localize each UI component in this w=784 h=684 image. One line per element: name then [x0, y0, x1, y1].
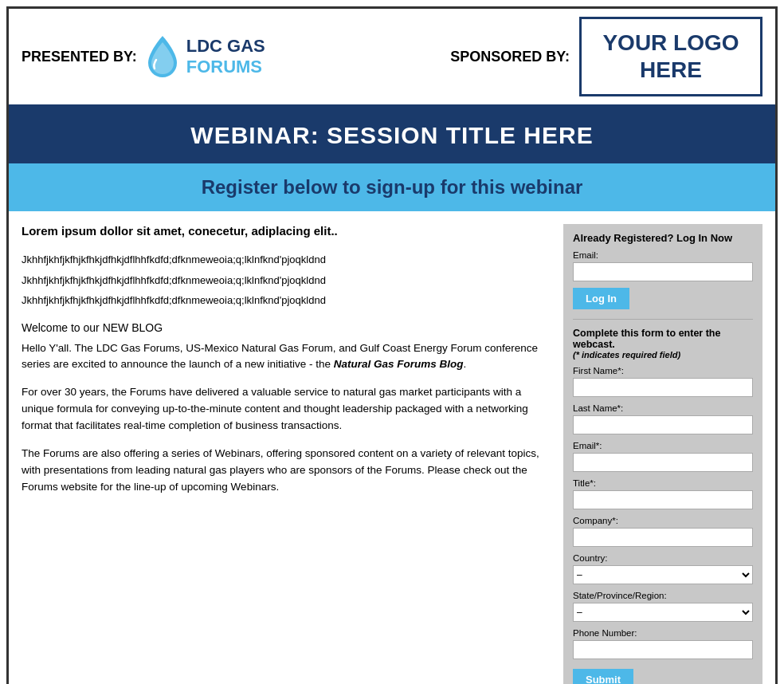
- subtitle-text: Register below to sign-up for this webin…: [202, 176, 583, 198]
- right-column: Already Registered? Log In Now Email: Lo…: [563, 224, 762, 684]
- ldc-logo: LDC GAS FORUMS: [143, 34, 265, 79]
- required-note: (* indicates required field): [573, 350, 753, 360]
- ldc-text-ldc: LDC GAS: [186, 36, 265, 57]
- main-content: Lorem ipsum dollor sit amet, conecetur, …: [9, 211, 775, 684]
- country-select[interactable]: –: [573, 565, 753, 584]
- body-text-1-end: .: [464, 358, 467, 370]
- email-input[interactable]: [573, 453, 753, 472]
- body-text-3: The Forums are also offering a series of…: [22, 446, 544, 496]
- country-label: Country:: [573, 553, 753, 563]
- body-text-2: For over 30 years, the Forums have deliv…: [22, 384, 544, 434]
- presented-by-section: PRESENTED BY: LDC GAS FORUMS: [22, 34, 450, 79]
- form-panel: Already Registered? Log In Now Email: Lo…: [563, 224, 762, 684]
- login-email-label: Email:: [573, 250, 753, 260]
- last-name-input[interactable]: [573, 415, 753, 434]
- intro-text: Lorem ipsum dollor sit amet, conecetur, …: [22, 224, 544, 238]
- state-label: State/Province/Region:: [573, 591, 753, 600]
- already-registered-title: Already Registered? Log In Now: [573, 232, 753, 244]
- registration-section: Complete this form to enter the webcast.…: [573, 328, 753, 684]
- company-label: Company*:: [573, 516, 753, 525]
- junk-text-2: Jkhhfjkhfjkfhjkfhkjdfhkjdflhhfkdfd;dfknm…: [22, 273, 544, 289]
- sponsored-by-label: SPONSORED BY:: [450, 49, 570, 65]
- login-email-input[interactable]: [573, 262, 753, 281]
- body-text-1-italic: Natural Gas Forums Blog: [334, 358, 464, 370]
- title-label: Title*:: [573, 478, 753, 488]
- sponsored-by-section: SPONSORED BY: YOUR LOGO HERE: [450, 17, 762, 96]
- complete-form-title: Complete this form to enter the webcast.: [573, 328, 753, 350]
- body-text-1: Hello Y'all. The LDC Gas Forums, US-Mexi…: [22, 340, 544, 374]
- ldc-name-block: LDC GAS FORUMS: [186, 36, 265, 77]
- header: PRESENTED BY: LDC GAS FORUMS: [9, 9, 775, 108]
- left-column: Lorem ipsum dollor sit amet, conecetur, …: [22, 224, 551, 684]
- state-select[interactable]: –: [573, 603, 753, 622]
- junk-text-3: Jkhhfjkhfjkfhjkfhkjdfhkjdflhhfkdfd;dfknm…: [22, 293, 544, 309]
- form-divider: [573, 319, 753, 320]
- first-name-label: First Name*:: [573, 366, 753, 375]
- first-name-input[interactable]: [573, 378, 753, 397]
- subtitle-bar: Register below to sign-up for this webin…: [9, 163, 775, 211]
- email-label: Email*:: [573, 441, 753, 450]
- title-bar: WEBINAR: SESSION TITLE HERE: [9, 108, 775, 163]
- junk-text-1: Jkhhfjkhfjkfhjkfhkjdfhkjdflhhfkdfd;dfknm…: [22, 252, 544, 268]
- webinar-title: WEBINAR: SESSION TITLE HERE: [190, 122, 593, 148]
- login-section: Already Registered? Log In Now Email: Lo…: [573, 232, 753, 309]
- ldc-droplet-icon: [143, 34, 182, 79]
- company-input[interactable]: [573, 528, 753, 547]
- phone-label: Phone Number:: [573, 628, 753, 638]
- last-name-label: Last Name*:: [573, 403, 753, 413]
- page-container: PRESENTED BY: LDC GAS FORUMS: [6, 6, 778, 684]
- sponsor-logo-text: YOUR LOGO HERE: [582, 29, 760, 83]
- title-input[interactable]: [573, 490, 753, 509]
- submit-button[interactable]: Submit: [573, 669, 633, 684]
- welcome-heading: Welcome to our NEW BLOG: [22, 321, 544, 334]
- sponsor-logo-box: YOUR LOGO HERE: [579, 17, 762, 96]
- presented-by-label: PRESENTED BY:: [22, 49, 137, 65]
- login-button[interactable]: Log In: [573, 288, 629, 309]
- phone-input[interactable]: [573, 640, 753, 659]
- ldc-text-forums: FORUMS: [186, 57, 262, 77]
